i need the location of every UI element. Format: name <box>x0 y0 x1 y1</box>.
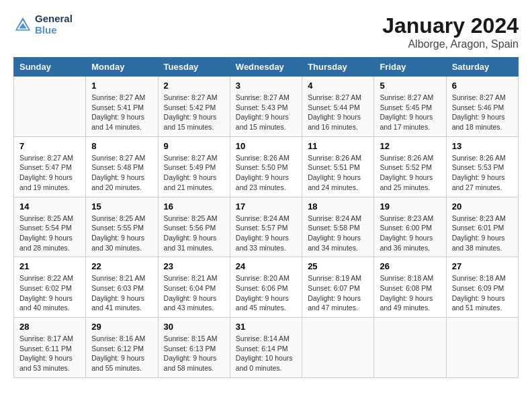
main-title: January 2024 <box>382 13 519 38</box>
calendar-cell: 8Sunrise: 8:27 AMSunset: 5:48 PMDaylight… <box>86 136 158 197</box>
day-number: 27 <box>452 261 513 271</box>
day-info: Sunrise: 8:24 AMSunset: 5:57 PMDaylight:… <box>236 214 296 253</box>
day-info: Sunrise: 8:24 AMSunset: 5:58 PMDaylight:… <box>308 214 368 253</box>
day-number: 28 <box>19 322 80 332</box>
calendar-cell: 9Sunrise: 8:27 AMSunset: 5:49 PMDaylight… <box>158 136 230 197</box>
calendar-cell <box>302 318 374 378</box>
day-number: 31 <box>236 322 296 332</box>
header-row: Sunday Monday Tuesday Wednesday Thursday… <box>14 58 519 77</box>
calendar-cell: 29Sunrise: 8:16 AMSunset: 6:12 PMDayligh… <box>86 318 158 378</box>
day-number: 20 <box>452 201 513 212</box>
calendar-cell: 27Sunrise: 8:18 AMSunset: 6:09 PMDayligh… <box>446 257 518 318</box>
day-number: 12 <box>380 141 440 151</box>
calendar-week-2: 14Sunrise: 8:25 AMSunset: 5:54 PMDayligh… <box>14 197 519 257</box>
header-tuesday: Tuesday <box>158 58 230 77</box>
header-sunday: Sunday <box>14 58 86 77</box>
day-info: Sunrise: 8:27 AMSunset: 5:41 PMDaylight:… <box>91 93 152 132</box>
logo-text: General Blue <box>35 13 73 36</box>
day-info: Sunrise: 8:16 AMSunset: 6:12 PMDaylight:… <box>91 334 152 373</box>
day-info: Sunrise: 8:25 AMSunset: 5:54 PMDaylight:… <box>19 214 80 253</box>
day-info: Sunrise: 8:21 AMSunset: 6:04 PMDaylight:… <box>164 273 224 313</box>
calendar-week-3: 21Sunrise: 8:22 AMSunset: 6:02 PMDayligh… <box>14 257 519 318</box>
calendar-cell: 3Sunrise: 8:27 AMSunset: 5:43 PMDaylight… <box>230 77 302 137</box>
day-number: 2 <box>164 81 224 91</box>
day-number: 11 <box>308 141 368 151</box>
day-number: 10 <box>236 141 296 151</box>
calendar-cell: 16Sunrise: 8:25 AMSunset: 5:56 PMDayligh… <box>158 197 230 257</box>
logo-icon <box>13 15 32 34</box>
subtitle: Alborge, Aragon, Spain <box>382 38 519 50</box>
day-number: 26 <box>380 261 440 271</box>
day-info: Sunrise: 8:27 AMSunset: 5:44 PMDaylight:… <box>308 93 368 132</box>
day-number: 7 <box>19 141 80 151</box>
day-info: Sunrise: 8:15 AMSunset: 6:13 PMDaylight:… <box>164 334 224 373</box>
day-info: Sunrise: 8:21 AMSunset: 6:03 PMDaylight:… <box>91 273 152 313</box>
day-info: Sunrise: 8:27 AMSunset: 5:43 PMDaylight:… <box>236 93 296 132</box>
calendar-week-1: 7Sunrise: 8:27 AMSunset: 5:47 PMDaylight… <box>14 136 519 197</box>
day-number: 5 <box>380 81 440 91</box>
day-info: Sunrise: 8:18 AMSunset: 6:08 PMDaylight:… <box>380 273 440 313</box>
calendar-cell: 30Sunrise: 8:15 AMSunset: 6:13 PMDayligh… <box>158 318 230 378</box>
calendar-cell: 23Sunrise: 8:21 AMSunset: 6:04 PMDayligh… <box>158 257 230 318</box>
day-number: 9 <box>164 141 224 151</box>
calendar-cell <box>446 318 518 378</box>
day-info: Sunrise: 8:27 AMSunset: 5:46 PMDaylight:… <box>452 93 513 132</box>
day-info: Sunrise: 8:23 AMSunset: 6:00 PMDaylight:… <box>380 214 440 253</box>
day-number: 18 <box>308 201 368 212</box>
day-number: 4 <box>308 81 368 91</box>
header-thursday: Thursday <box>302 58 374 77</box>
calendar-cell: 28Sunrise: 8:17 AMSunset: 6:11 PMDayligh… <box>14 318 86 378</box>
day-info: Sunrise: 8:27 AMSunset: 5:48 PMDaylight:… <box>91 153 152 193</box>
day-number: 1 <box>91 81 152 91</box>
calendar-cell: 31Sunrise: 8:14 AMSunset: 6:14 PMDayligh… <box>230 318 302 378</box>
calendar-cell: 4Sunrise: 8:27 AMSunset: 5:44 PMDaylight… <box>302 77 374 137</box>
calendar-cell: 26Sunrise: 8:18 AMSunset: 6:08 PMDayligh… <box>374 257 446 318</box>
calendar-cell: 7Sunrise: 8:27 AMSunset: 5:47 PMDaylight… <box>14 136 86 197</box>
day-info: Sunrise: 8:26 AMSunset: 5:50 PMDaylight:… <box>236 153 296 193</box>
day-number: 19 <box>380 201 440 212</box>
day-number: 14 <box>19 201 80 212</box>
header-friday: Friday <box>374 58 446 77</box>
calendar-cell: 6Sunrise: 8:27 AMSunset: 5:46 PMDaylight… <box>446 77 518 137</box>
day-info: Sunrise: 8:27 AMSunset: 5:47 PMDaylight:… <box>19 153 80 193</box>
day-number: 29 <box>91 322 152 332</box>
header-wednesday: Wednesday <box>230 58 302 77</box>
calendar-week-4: 28Sunrise: 8:17 AMSunset: 6:11 PMDayligh… <box>14 318 519 378</box>
day-info: Sunrise: 8:23 AMSunset: 6:01 PMDaylight:… <box>452 214 513 253</box>
calendar-cell: 22Sunrise: 8:21 AMSunset: 6:03 PMDayligh… <box>86 257 158 318</box>
header-saturday: Saturday <box>446 58 518 77</box>
logo: General Blue <box>13 13 73 36</box>
day-info: Sunrise: 8:18 AMSunset: 6:09 PMDaylight:… <box>452 273 513 313</box>
day-info: Sunrise: 8:14 AMSunset: 6:14 PMDaylight:… <box>236 334 296 373</box>
calendar-cell: 20Sunrise: 8:23 AMSunset: 6:01 PMDayligh… <box>446 197 518 257</box>
title-section: January 2024 Alborge, Aragon, Spain <box>382 13 519 50</box>
day-number: 16 <box>164 201 224 212</box>
calendar-cell: 18Sunrise: 8:24 AMSunset: 5:58 PMDayligh… <box>302 197 374 257</box>
day-info: Sunrise: 8:17 AMSunset: 6:11 PMDaylight:… <box>19 334 80 373</box>
calendar-cell: 15Sunrise: 8:25 AMSunset: 5:55 PMDayligh… <box>86 197 158 257</box>
day-number: 23 <box>164 261 224 271</box>
calendar-cell: 21Sunrise: 8:22 AMSunset: 6:02 PMDayligh… <box>14 257 86 318</box>
calendar-cell: 2Sunrise: 8:27 AMSunset: 5:42 PMDaylight… <box>158 77 230 137</box>
calendar-body: 1Sunrise: 8:27 AMSunset: 5:41 PMDaylight… <box>14 77 519 378</box>
day-info: Sunrise: 8:19 AMSunset: 6:07 PMDaylight:… <box>308 273 368 313</box>
calendar-cell: 24Sunrise: 8:20 AMSunset: 6:06 PMDayligh… <box>230 257 302 318</box>
day-number: 30 <box>164 322 224 332</box>
day-number: 21 <box>19 261 80 271</box>
calendar-cell: 14Sunrise: 8:25 AMSunset: 5:54 PMDayligh… <box>14 197 86 257</box>
day-number: 22 <box>91 261 152 271</box>
header: General Blue January 2024 Alborge, Arago… <box>13 13 519 50</box>
day-info: Sunrise: 8:27 AMSunset: 5:42 PMDaylight:… <box>164 93 224 132</box>
day-number: 15 <box>91 201 152 212</box>
day-info: Sunrise: 8:26 AMSunset: 5:51 PMDaylight:… <box>308 153 368 193</box>
calendar-table: Sunday Monday Tuesday Wednesday Thursday… <box>13 57 519 378</box>
day-number: 6 <box>452 81 513 91</box>
day-info: Sunrise: 8:20 AMSunset: 6:06 PMDaylight:… <box>236 273 296 313</box>
day-number: 17 <box>236 201 296 212</box>
day-number: 8 <box>91 141 152 151</box>
calendar-cell <box>14 77 86 137</box>
day-info: Sunrise: 8:25 AMSunset: 5:56 PMDaylight:… <box>164 214 224 253</box>
calendar-header: Sunday Monday Tuesday Wednesday Thursday… <box>14 58 519 77</box>
day-number: 25 <box>308 261 368 271</box>
day-info: Sunrise: 8:26 AMSunset: 5:53 PMDaylight:… <box>452 153 513 193</box>
